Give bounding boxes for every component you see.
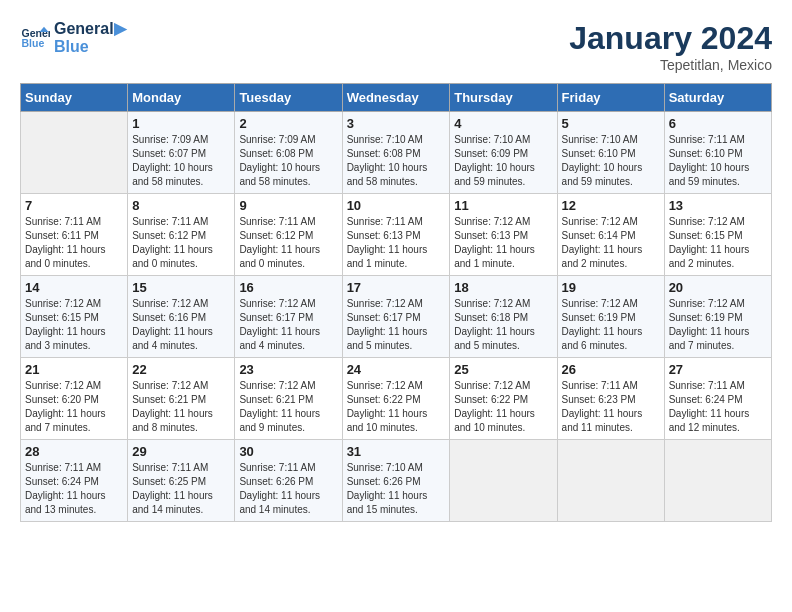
day-info: Sunrise: 7:11 AM Sunset: 6:24 PM Dayligh…	[669, 379, 767, 435]
calendar-cell: 16Sunrise: 7:12 AM Sunset: 6:17 PM Dayli…	[235, 276, 342, 358]
day-info: Sunrise: 7:12 AM Sunset: 6:13 PM Dayligh…	[454, 215, 552, 271]
day-number: 6	[669, 116, 767, 131]
calendar-cell: 2Sunrise: 7:09 AM Sunset: 6:08 PM Daylig…	[235, 112, 342, 194]
calendar-cell	[557, 440, 664, 522]
day-number: 19	[562, 280, 660, 295]
day-info: Sunrise: 7:12 AM Sunset: 6:17 PM Dayligh…	[239, 297, 337, 353]
weekday-header: Monday	[128, 84, 235, 112]
day-number: 10	[347, 198, 446, 213]
day-number: 12	[562, 198, 660, 213]
location: Tepetitlan, Mexico	[569, 57, 772, 73]
day-number: 1	[132, 116, 230, 131]
calendar-week-row: 14Sunrise: 7:12 AM Sunset: 6:15 PM Dayli…	[21, 276, 772, 358]
day-number: 31	[347, 444, 446, 459]
logo-icon: General Blue	[20, 23, 50, 53]
day-number: 30	[239, 444, 337, 459]
calendar-cell: 30Sunrise: 7:11 AM Sunset: 6:26 PM Dayli…	[235, 440, 342, 522]
day-number: 20	[669, 280, 767, 295]
calendar-cell: 25Sunrise: 7:12 AM Sunset: 6:22 PM Dayli…	[450, 358, 557, 440]
day-number: 5	[562, 116, 660, 131]
day-number: 27	[669, 362, 767, 377]
day-info: Sunrise: 7:10 AM Sunset: 6:10 PM Dayligh…	[562, 133, 660, 189]
day-number: 8	[132, 198, 230, 213]
day-number: 18	[454, 280, 552, 295]
calendar-cell: 24Sunrise: 7:12 AM Sunset: 6:22 PM Dayli…	[342, 358, 450, 440]
calendar-cell: 22Sunrise: 7:12 AM Sunset: 6:21 PM Dayli…	[128, 358, 235, 440]
day-info: Sunrise: 7:09 AM Sunset: 6:07 PM Dayligh…	[132, 133, 230, 189]
day-info: Sunrise: 7:11 AM Sunset: 6:10 PM Dayligh…	[669, 133, 767, 189]
day-info: Sunrise: 7:12 AM Sunset: 6:22 PM Dayligh…	[347, 379, 446, 435]
day-info: Sunrise: 7:12 AM Sunset: 6:15 PM Dayligh…	[25, 297, 123, 353]
day-info: Sunrise: 7:11 AM Sunset: 6:13 PM Dayligh…	[347, 215, 446, 271]
calendar-week-row: 28Sunrise: 7:11 AM Sunset: 6:24 PM Dayli…	[21, 440, 772, 522]
calendar-cell: 28Sunrise: 7:11 AM Sunset: 6:24 PM Dayli…	[21, 440, 128, 522]
calendar-cell: 13Sunrise: 7:12 AM Sunset: 6:15 PM Dayli…	[664, 194, 771, 276]
day-number: 22	[132, 362, 230, 377]
day-info: Sunrise: 7:10 AM Sunset: 6:09 PM Dayligh…	[454, 133, 552, 189]
day-number: 16	[239, 280, 337, 295]
title-block: January 2024 Tepetitlan, Mexico	[569, 20, 772, 73]
day-number: 15	[132, 280, 230, 295]
calendar-cell: 6Sunrise: 7:11 AM Sunset: 6:10 PM Daylig…	[664, 112, 771, 194]
calendar-cell: 11Sunrise: 7:12 AM Sunset: 6:13 PM Dayli…	[450, 194, 557, 276]
weekday-header: Saturday	[664, 84, 771, 112]
calendar-cell	[21, 112, 128, 194]
weekday-header: Wednesday	[342, 84, 450, 112]
day-number: 23	[239, 362, 337, 377]
weekday-header: Sunday	[21, 84, 128, 112]
day-number: 25	[454, 362, 552, 377]
calendar-cell: 23Sunrise: 7:12 AM Sunset: 6:21 PM Dayli…	[235, 358, 342, 440]
calendar-cell: 4Sunrise: 7:10 AM Sunset: 6:09 PM Daylig…	[450, 112, 557, 194]
calendar-cell: 10Sunrise: 7:11 AM Sunset: 6:13 PM Dayli…	[342, 194, 450, 276]
day-number: 13	[669, 198, 767, 213]
calendar-cell: 17Sunrise: 7:12 AM Sunset: 6:17 PM Dayli…	[342, 276, 450, 358]
day-info: Sunrise: 7:11 AM Sunset: 6:12 PM Dayligh…	[132, 215, 230, 271]
day-info: Sunrise: 7:12 AM Sunset: 6:15 PM Dayligh…	[669, 215, 767, 271]
day-info: Sunrise: 7:11 AM Sunset: 6:11 PM Dayligh…	[25, 215, 123, 271]
calendar-week-row: 21Sunrise: 7:12 AM Sunset: 6:20 PM Dayli…	[21, 358, 772, 440]
calendar-cell: 18Sunrise: 7:12 AM Sunset: 6:18 PM Dayli…	[450, 276, 557, 358]
calendar-table: SundayMondayTuesdayWednesdayThursdayFrid…	[20, 83, 772, 522]
day-info: Sunrise: 7:12 AM Sunset: 6:21 PM Dayligh…	[239, 379, 337, 435]
calendar-cell	[664, 440, 771, 522]
day-info: Sunrise: 7:10 AM Sunset: 6:26 PM Dayligh…	[347, 461, 446, 517]
day-number: 7	[25, 198, 123, 213]
day-number: 26	[562, 362, 660, 377]
day-info: Sunrise: 7:12 AM Sunset: 6:20 PM Dayligh…	[25, 379, 123, 435]
weekday-header: Thursday	[450, 84, 557, 112]
day-info: Sunrise: 7:12 AM Sunset: 6:16 PM Dayligh…	[132, 297, 230, 353]
day-info: Sunrise: 7:09 AM Sunset: 6:08 PM Dayligh…	[239, 133, 337, 189]
weekday-header-row: SundayMondayTuesdayWednesdayThursdayFrid…	[21, 84, 772, 112]
day-info: Sunrise: 7:10 AM Sunset: 6:08 PM Dayligh…	[347, 133, 446, 189]
calendar-cell: 31Sunrise: 7:10 AM Sunset: 6:26 PM Dayli…	[342, 440, 450, 522]
calendar-cell: 5Sunrise: 7:10 AM Sunset: 6:10 PM Daylig…	[557, 112, 664, 194]
calendar-cell	[450, 440, 557, 522]
calendar-cell: 14Sunrise: 7:12 AM Sunset: 6:15 PM Dayli…	[21, 276, 128, 358]
day-info: Sunrise: 7:11 AM Sunset: 6:25 PM Dayligh…	[132, 461, 230, 517]
day-info: Sunrise: 7:12 AM Sunset: 6:14 PM Dayligh…	[562, 215, 660, 271]
logo: General Blue General▶ Blue	[20, 20, 126, 55]
day-info: Sunrise: 7:12 AM Sunset: 6:21 PM Dayligh…	[132, 379, 230, 435]
day-number: 29	[132, 444, 230, 459]
calendar-cell: 21Sunrise: 7:12 AM Sunset: 6:20 PM Dayli…	[21, 358, 128, 440]
calendar-cell: 8Sunrise: 7:11 AM Sunset: 6:12 PM Daylig…	[128, 194, 235, 276]
page-header: General Blue General▶ Blue January 2024 …	[20, 20, 772, 73]
calendar-cell: 1Sunrise: 7:09 AM Sunset: 6:07 PM Daylig…	[128, 112, 235, 194]
day-number: 3	[347, 116, 446, 131]
logo-text: General▶ Blue	[54, 20, 126, 55]
calendar-cell: 3Sunrise: 7:10 AM Sunset: 6:08 PM Daylig…	[342, 112, 450, 194]
day-info: Sunrise: 7:12 AM Sunset: 6:19 PM Dayligh…	[562, 297, 660, 353]
day-info: Sunrise: 7:11 AM Sunset: 6:12 PM Dayligh…	[239, 215, 337, 271]
day-info: Sunrise: 7:11 AM Sunset: 6:23 PM Dayligh…	[562, 379, 660, 435]
day-number: 9	[239, 198, 337, 213]
calendar-cell: 29Sunrise: 7:11 AM Sunset: 6:25 PM Dayli…	[128, 440, 235, 522]
calendar-cell: 27Sunrise: 7:11 AM Sunset: 6:24 PM Dayli…	[664, 358, 771, 440]
calendar-cell: 7Sunrise: 7:11 AM Sunset: 6:11 PM Daylig…	[21, 194, 128, 276]
day-number: 17	[347, 280, 446, 295]
day-info: Sunrise: 7:12 AM Sunset: 6:19 PM Dayligh…	[669, 297, 767, 353]
day-info: Sunrise: 7:12 AM Sunset: 6:17 PM Dayligh…	[347, 297, 446, 353]
svg-text:Blue: Blue	[22, 37, 45, 49]
calendar-week-row: 7Sunrise: 7:11 AM Sunset: 6:11 PM Daylig…	[21, 194, 772, 276]
day-info: Sunrise: 7:11 AM Sunset: 6:26 PM Dayligh…	[239, 461, 337, 517]
day-number: 11	[454, 198, 552, 213]
